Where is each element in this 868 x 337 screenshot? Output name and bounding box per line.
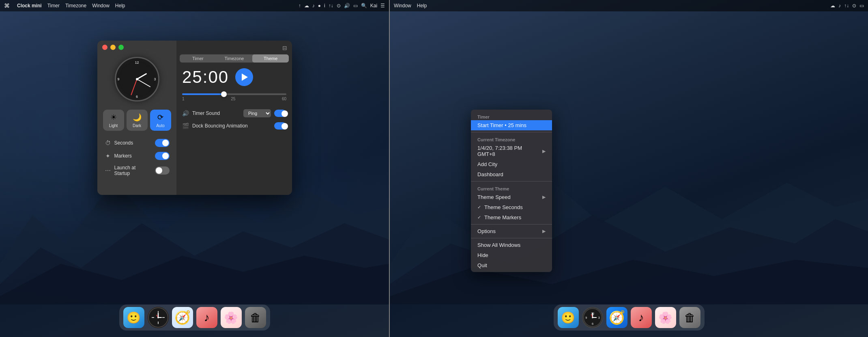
ctx-theme-label: Current Theme bbox=[471, 183, 552, 192]
dock-animation-label: Dock Bouncing Animation bbox=[192, 123, 271, 129]
ctx-theme-speed-text: Theme Speed bbox=[477, 194, 511, 200]
menu-help-right[interactable]: Help bbox=[417, 3, 427, 9]
startup-icon: ⋯ bbox=[105, 167, 111, 174]
ctx-sep-2 bbox=[471, 181, 552, 181]
ctx-hide-text: Hide bbox=[477, 252, 488, 258]
sound-select[interactable]: Ping Bell Chime bbox=[243, 109, 271, 117]
ctx-theme-seconds[interactable]: ✓ Theme Seconds bbox=[471, 202, 552, 212]
maximize-button[interactable] bbox=[118, 45, 124, 50]
ctx-theme-markers-text: Theme Markers bbox=[484, 214, 521, 220]
ctx-timezone-value[interactable]: 1/4/20, 7:23:38 PM GMT+8 ▶ bbox=[471, 143, 552, 159]
app-right-pane: Timer Timezone Theme 25:00 1 25 60 bbox=[176, 41, 292, 195]
dock-r-trash[interactable]: 🗑 bbox=[679, 307, 700, 328]
ctx-timezone-arrow: ▶ bbox=[542, 149, 546, 154]
svg-point-17 bbox=[592, 317, 593, 318]
menu-window[interactable]: Window bbox=[92, 3, 110, 9]
slider-min: 1 bbox=[182, 97, 185, 101]
ctx-theme-speed[interactable]: Theme Speed ▶ bbox=[471, 192, 552, 202]
ctx-hide[interactable]: Hide bbox=[471, 250, 552, 260]
ctx-timezone-label: Current Timezone bbox=[471, 134, 552, 143]
sidebar-toggle-icon[interactable]: ⊟ bbox=[282, 45, 287, 51]
svg-text:3: 3 bbox=[598, 316, 599, 320]
theme-dark-button[interactable]: 🌙 Dark bbox=[127, 110, 148, 131]
svg-text:6: 6 bbox=[591, 322, 593, 326]
second-hand bbox=[131, 79, 137, 95]
markers-toggle[interactable] bbox=[155, 152, 170, 160]
seconds-toggle[interactable] bbox=[155, 139, 170, 147]
status-music-icon: ♪ bbox=[312, 3, 315, 9]
clock-num-12: 12 bbox=[135, 60, 139, 65]
minute-hand bbox=[137, 79, 150, 87]
dock-finder[interactable]: 🙂 bbox=[123, 307, 144, 328]
dock-r-safari[interactable]: 🧭 bbox=[606, 307, 627, 328]
ctx-add-city[interactable]: Add City bbox=[471, 159, 552, 169]
ctx-quit[interactable]: Quit bbox=[471, 260, 552, 270]
app-window: ⊟ 12 3 6 9 ☀ Light 🌙 Dark bbox=[97, 41, 292, 195]
ctx-show-all-windows[interactable]: Show All Windows bbox=[471, 240, 552, 250]
ctx-theme-seconds-check: ✓ bbox=[477, 205, 481, 210]
dock-r-clock[interactable]: 12 3 6 9 bbox=[582, 307, 603, 328]
startup-toggle[interactable] bbox=[155, 166, 170, 175]
dock-r-finder[interactable]: 🙂 bbox=[558, 307, 579, 328]
slider-thumb[interactable] bbox=[221, 91, 227, 97]
animation-toggle[interactable] bbox=[274, 122, 286, 130]
dock-flower[interactable]: 🌸 bbox=[221, 307, 242, 328]
ctx-timezone-text: 1/4/20, 7:23:38 PM GMT+8 bbox=[477, 145, 540, 157]
ctx-theme-seconds-text: Theme Seconds bbox=[484, 204, 523, 210]
r-music-icon: ♪ bbox=[838, 3, 841, 9]
right-panel: Window Help ☁ ♪ ↑↓ ⊙ ▭ Timer Start Timer… bbox=[390, 0, 868, 337]
ctx-theme-markers[interactable]: ✓ Theme Markers bbox=[471, 212, 552, 223]
tab-timezone[interactable]: Timezone bbox=[216, 54, 253, 63]
slider-fill bbox=[182, 93, 224, 95]
clock-num-9: 9 bbox=[118, 77, 120, 81]
ctx-options-arrow: ▶ bbox=[542, 229, 546, 234]
tab-timer[interactable]: Timer bbox=[180, 54, 216, 63]
ctx-sep-4 bbox=[471, 238, 552, 238]
r-wifi-icon: ⊙ bbox=[852, 3, 856, 9]
hour-hand bbox=[137, 73, 147, 80]
dock-r-flower[interactable]: 🌸 bbox=[655, 307, 676, 328]
ctx-dashboard-text: Dashboard bbox=[477, 171, 503, 177]
close-button[interactable] bbox=[102, 45, 107, 50]
apple-logo[interactable]: ⌘ bbox=[4, 2, 10, 9]
dock-safari[interactable]: 🧭 bbox=[172, 307, 193, 328]
status-info-icon: i bbox=[324, 3, 325, 9]
traffic-lights bbox=[102, 45, 124, 50]
ctx-start-timer[interactable]: Start Timer • 25 mins bbox=[471, 120, 552, 130]
app-name[interactable]: Clock mini bbox=[17, 3, 42, 9]
slider-track[interactable] bbox=[182, 93, 286, 95]
markers-toggle-row: ✦ Markers bbox=[105, 152, 170, 160]
menu-help[interactable]: Help bbox=[115, 3, 125, 9]
slider-labels: 1 25 60 bbox=[182, 97, 286, 101]
menu-window-right[interactable]: Window bbox=[394, 3, 411, 9]
timer-display: 25:00 bbox=[180, 67, 289, 87]
markers-icon: ✦ bbox=[105, 153, 111, 159]
status-wifi-icon: ⊙ bbox=[337, 3, 341, 9]
ctx-dashboard[interactable]: Dashboard bbox=[471, 169, 552, 179]
menu-timer[interactable]: Timer bbox=[47, 3, 60, 9]
svg-point-8 bbox=[157, 317, 159, 318]
sound-toggle[interactable] bbox=[274, 110, 286, 117]
dock-r-music[interactable]: ♪ bbox=[631, 307, 652, 328]
r-battery-icon: ▭ bbox=[859, 3, 864, 9]
dock-right: 🙂 12 3 6 9 🧭 ♪ 🌸 🗑 bbox=[554, 305, 705, 331]
dock-clock[interactable] bbox=[148, 307, 169, 328]
dock-animation-row: 🎬 Dock Bouncing Animation bbox=[180, 120, 289, 132]
theme-dark-label: Dark bbox=[133, 123, 141, 128]
play-button[interactable] bbox=[235, 68, 253, 86]
markers-label: Markers bbox=[114, 153, 152, 159]
status-arrow-icon: ↑ bbox=[299, 3, 301, 9]
mountains-bg-right bbox=[390, 142, 868, 305]
theme-auto-label: Auto bbox=[156, 123, 165, 128]
minimize-button[interactable] bbox=[110, 45, 116, 50]
theme-auto-button[interactable]: ⟳ Auto bbox=[150, 110, 171, 131]
r-network-icon: ↑↓ bbox=[844, 3, 849, 9]
menu-timezone[interactable]: Timezone bbox=[65, 3, 86, 9]
timer-time: 25:00 bbox=[182, 67, 229, 87]
theme-light-button[interactable]: ☀ Light bbox=[103, 110, 124, 131]
dock-music[interactable]: ♪ bbox=[196, 307, 217, 328]
tab-theme[interactable]: Theme bbox=[252, 54, 289, 63]
ctx-options[interactable]: Options ▶ bbox=[471, 226, 552, 236]
dock-trash[interactable]: 🗑 bbox=[245, 307, 266, 328]
seconds-label: Seconds bbox=[114, 140, 152, 146]
